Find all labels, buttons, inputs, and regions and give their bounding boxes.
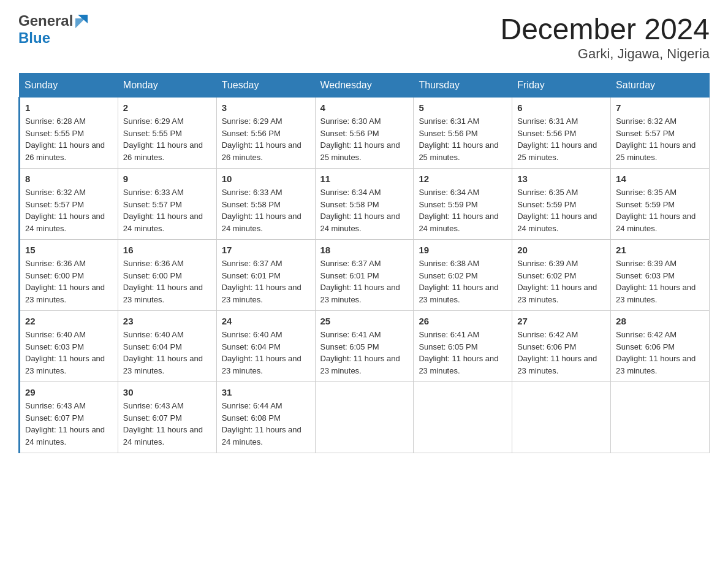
day-info: Sunrise: 6:36 AMSunset: 6:00 PMDaylight:… xyxy=(123,258,211,305)
day-info: Sunrise: 6:33 AMSunset: 5:58 PMDaylight:… xyxy=(222,186,310,234)
page-subtitle: Garki, Jigawa, Nigeria xyxy=(500,46,710,62)
calendar-day-cell: 20Sunrise: 6:39 AMSunset: 6:02 PMDayligh… xyxy=(512,240,611,311)
day-info: Sunrise: 6:43 AMSunset: 6:07 PMDaylight:… xyxy=(25,400,113,448)
day-number: 31 xyxy=(222,387,310,397)
calendar-day-cell: 28Sunrise: 6:42 AMSunset: 6:06 PMDayligh… xyxy=(611,311,710,382)
calendar-day-header: Saturday xyxy=(611,74,710,98)
day-info: Sunrise: 6:33 AMSunset: 5:57 PMDaylight:… xyxy=(123,186,211,234)
calendar-day-cell: 9Sunrise: 6:33 AMSunset: 5:57 PMDaylight… xyxy=(118,169,216,240)
logo-blue-text: Blue xyxy=(18,29,90,47)
calendar-day-cell: 22Sunrise: 6:40 AMSunset: 6:03 PMDayligh… xyxy=(20,311,118,382)
day-number: 6 xyxy=(517,102,605,113)
day-info: Sunrise: 6:34 AMSunset: 5:59 PMDaylight:… xyxy=(419,186,507,234)
day-info: Sunrise: 6:36 AMSunset: 6:00 PMDaylight:… xyxy=(25,258,113,305)
day-number: 19 xyxy=(419,245,507,255)
calendar-day-cell: 31Sunrise: 6:44 AMSunset: 6:08 PMDayligh… xyxy=(216,382,315,453)
calendar-day-cell: 13Sunrise: 6:35 AMSunset: 5:59 PMDayligh… xyxy=(512,169,611,240)
page-header: General Blue December 2024 Garki, Jigawa… xyxy=(18,12,710,62)
calendar-day-cell: 14Sunrise: 6:35 AMSunset: 5:59 PMDayligh… xyxy=(611,169,710,240)
calendar-day-cell: 6Sunrise: 6:31 AMSunset: 5:56 PMDaylight… xyxy=(512,98,611,169)
calendar-week-row: 22Sunrise: 6:40 AMSunset: 6:03 PMDayligh… xyxy=(20,311,710,382)
day-number: 23 xyxy=(123,316,211,326)
calendar-day-cell: 29Sunrise: 6:43 AMSunset: 6:07 PMDayligh… xyxy=(20,382,118,453)
day-info: Sunrise: 6:32 AMSunset: 5:57 PMDaylight:… xyxy=(25,186,113,234)
day-number: 18 xyxy=(320,245,409,255)
calendar-day-cell: 16Sunrise: 6:36 AMSunset: 6:00 PMDayligh… xyxy=(118,240,216,311)
day-number: 15 xyxy=(25,245,113,255)
day-info: Sunrise: 6:44 AMSunset: 6:08 PMDaylight:… xyxy=(222,400,310,448)
day-info: Sunrise: 6:30 AMSunset: 5:56 PMDaylight:… xyxy=(320,115,409,163)
day-info: Sunrise: 6:39 AMSunset: 6:03 PMDaylight:… xyxy=(616,258,704,305)
day-number: 10 xyxy=(222,174,310,184)
calendar-day-cell: 11Sunrise: 6:34 AMSunset: 5:58 PMDayligh… xyxy=(315,169,414,240)
page-title: December 2024 xyxy=(500,12,710,46)
calendar-day-cell: 27Sunrise: 6:42 AMSunset: 6:06 PMDayligh… xyxy=(512,311,611,382)
day-info: Sunrise: 6:41 AMSunset: 6:05 PMDaylight:… xyxy=(419,329,507,377)
day-number: 17 xyxy=(222,245,310,255)
calendar-day-cell: 5Sunrise: 6:31 AMSunset: 5:56 PMDaylight… xyxy=(414,98,512,169)
day-info: Sunrise: 6:38 AMSunset: 6:02 PMDaylight:… xyxy=(419,258,507,305)
day-info: Sunrise: 6:42 AMSunset: 6:06 PMDaylight:… xyxy=(517,329,605,377)
calendar-day-cell: 19Sunrise: 6:38 AMSunset: 6:02 PMDayligh… xyxy=(414,240,512,311)
day-number: 11 xyxy=(320,174,409,184)
calendar-day-cell: 1Sunrise: 6:28 AMSunset: 5:55 PMDaylight… xyxy=(20,98,118,169)
day-info: Sunrise: 6:31 AMSunset: 5:56 PMDaylight:… xyxy=(419,115,507,163)
day-number: 3 xyxy=(222,102,310,113)
day-info: Sunrise: 6:28 AMSunset: 5:55 PMDaylight:… xyxy=(25,115,113,163)
day-info: Sunrise: 6:43 AMSunset: 6:07 PMDaylight:… xyxy=(123,400,211,448)
day-info: Sunrise: 6:35 AMSunset: 5:59 PMDaylight:… xyxy=(616,186,704,234)
calendar-day-cell: 18Sunrise: 6:37 AMSunset: 6:01 PMDayligh… xyxy=(315,240,414,311)
day-number: 21 xyxy=(616,245,704,255)
logo-arrow-icon xyxy=(73,12,90,29)
calendar-day-cell: 24Sunrise: 6:40 AMSunset: 6:04 PMDayligh… xyxy=(216,311,315,382)
day-number: 24 xyxy=(222,316,310,326)
day-number: 8 xyxy=(25,174,113,184)
calendar-day-cell: 30Sunrise: 6:43 AMSunset: 6:07 PMDayligh… xyxy=(118,382,216,453)
calendar-week-row: 15Sunrise: 6:36 AMSunset: 6:00 PMDayligh… xyxy=(20,240,710,311)
day-info: Sunrise: 6:34 AMSunset: 5:58 PMDaylight:… xyxy=(320,186,409,234)
calendar-day-cell: 4Sunrise: 6:30 AMSunset: 5:56 PMDaylight… xyxy=(315,98,414,169)
day-number: 2 xyxy=(123,102,211,113)
day-info: Sunrise: 6:35 AMSunset: 5:59 PMDaylight:… xyxy=(517,186,605,234)
day-info: Sunrise: 6:29 AMSunset: 5:55 PMDaylight:… xyxy=(123,115,211,163)
day-info: Sunrise: 6:29 AMSunset: 5:56 PMDaylight:… xyxy=(222,115,310,163)
day-number: 1 xyxy=(25,102,113,113)
day-number: 27 xyxy=(517,316,605,326)
day-number: 14 xyxy=(616,174,704,184)
day-number: 4 xyxy=(320,102,409,113)
calendar-week-row: 8Sunrise: 6:32 AMSunset: 5:57 PMDaylight… xyxy=(20,169,710,240)
day-info: Sunrise: 6:42 AMSunset: 6:06 PMDaylight:… xyxy=(616,329,704,377)
calendar-day-header: Monday xyxy=(118,74,216,98)
calendar-day-cell: 3Sunrise: 6:29 AMSunset: 5:56 PMDaylight… xyxy=(216,98,315,169)
calendar-day-header: Sunday xyxy=(20,74,118,98)
day-info: Sunrise: 6:41 AMSunset: 6:05 PMDaylight:… xyxy=(320,329,409,377)
calendar-day-cell: 12Sunrise: 6:34 AMSunset: 5:59 PMDayligh… xyxy=(414,169,512,240)
day-number: 7 xyxy=(616,102,704,113)
day-number: 9 xyxy=(123,174,211,184)
day-number: 30 xyxy=(123,387,211,397)
calendar-day-cell: 17Sunrise: 6:37 AMSunset: 6:01 PMDayligh… xyxy=(216,240,315,311)
day-info: Sunrise: 6:32 AMSunset: 5:57 PMDaylight:… xyxy=(616,115,704,163)
day-number: 29 xyxy=(25,387,113,397)
calendar-day-cell xyxy=(512,382,611,453)
day-number: 5 xyxy=(419,102,507,113)
calendar-day-cell: 21Sunrise: 6:39 AMSunset: 6:03 PMDayligh… xyxy=(611,240,710,311)
calendar-week-row: 29Sunrise: 6:43 AMSunset: 6:07 PMDayligh… xyxy=(20,382,710,453)
calendar-day-header: Friday xyxy=(512,74,611,98)
day-number: 12 xyxy=(419,174,507,184)
calendar-week-row: 1Sunrise: 6:28 AMSunset: 5:55 PMDaylight… xyxy=(20,98,710,169)
day-number: 25 xyxy=(320,316,409,326)
day-info: Sunrise: 6:40 AMSunset: 6:03 PMDaylight:… xyxy=(25,329,113,377)
day-info: Sunrise: 6:31 AMSunset: 5:56 PMDaylight:… xyxy=(517,115,605,163)
calendar-header-row: SundayMondayTuesdayWednesdayThursdayFrid… xyxy=(20,74,710,98)
day-number: 26 xyxy=(419,316,507,326)
calendar-day-cell: 26Sunrise: 6:41 AMSunset: 6:05 PMDayligh… xyxy=(414,311,512,382)
title-block: December 2024 Garki, Jigawa, Nigeria xyxy=(500,12,710,62)
calendar-day-cell: 7Sunrise: 6:32 AMSunset: 5:57 PMDaylight… xyxy=(611,98,710,169)
calendar-day-cell: 8Sunrise: 6:32 AMSunset: 5:57 PMDaylight… xyxy=(20,169,118,240)
calendar-day-cell: 2Sunrise: 6:29 AMSunset: 5:55 PMDaylight… xyxy=(118,98,216,169)
day-number: 28 xyxy=(616,316,704,326)
day-info: Sunrise: 6:40 AMSunset: 6:04 PMDaylight:… xyxy=(123,329,211,377)
day-number: 20 xyxy=(517,245,605,255)
calendar-day-cell xyxy=(315,382,414,453)
